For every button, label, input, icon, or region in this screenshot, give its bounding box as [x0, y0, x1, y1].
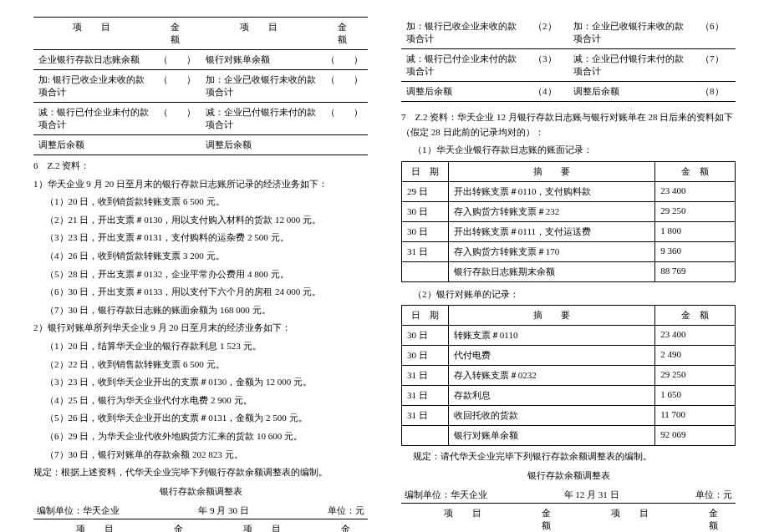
p6-1-5: （5）28 日，开出支票＃0132，企业平常办公费用 4 800 元。 [33, 267, 368, 282]
p6-2-3: （3）23 日，收到华天企业开出的支票＃0130，金额为 12 000 元。 [33, 375, 368, 390]
adj1-r1a: 企业银行存款日志账余额 [33, 50, 154, 70]
p6-1-7: （7）30 日，银行存款日志账的账面余额为 168 000 元。 [33, 303, 368, 318]
col-amt2: 金 额 [321, 18, 368, 50]
t1-h2: 摘 要 [448, 161, 654, 181]
p6-1-4: （4）26 日，收到销货款转账支票 3 200 元。 [33, 249, 368, 264]
table-row: 30 日开出转账支票＃0111，支付运送费1 800 [402, 221, 736, 241]
adj3-h2: 金 额 [528, 503, 568, 532]
cell-date: 29 日 [402, 181, 449, 201]
adj3-title: 银行存款余额调整表 [401, 469, 736, 482]
cell-desc: 存款利息 [448, 386, 654, 406]
adj3-h4: 金 额 [695, 503, 736, 532]
problem-7-head: 7 Z.2 资料：华天企业 12 月银行存款日志账与银行对账单在 28 日后来的… [401, 110, 736, 139]
table-row: 31 日存款利息1 650 [402, 386, 736, 406]
adj1-r2b-val: （ ） [321, 70, 368, 103]
adjT-r4b: 调整后余额 [568, 82, 695, 102]
adjT-r2b-v: （6） [695, 17, 736, 49]
cell-amount: 23 400 [655, 181, 736, 201]
t1-h3: 金 额 [655, 161, 736, 181]
table-row: 30 日代付电费2 490 [402, 346, 736, 366]
adjustment-table-blank: 项 目 金 额 项 目 金 额 企业银行存款日志账余额 （ ） 银行对账单余额 … [33, 17, 368, 155]
adjT-r4a-v: （4） [528, 82, 568, 102]
p7-req: 规定：请代华天企业完毕下列银行存款余额调整表的编制。 [401, 449, 736, 464]
p6-1-1: （1）20 日，收到销货款转账支票 6 500 元。 [33, 195, 368, 210]
cell-desc: 银行对账单余额 [448, 426, 654, 446]
adjustment-table-top-right: 加：银行已收企业未收的款项合计 （2） 加：企业已收银行未收的款项合计 （6） … [401, 17, 736, 102]
adj2-h4: 金 额 [328, 519, 368, 532]
adj1-r4b-val [321, 135, 368, 155]
cell-amount: 9 360 [655, 241, 736, 261]
adj3-meta-c: 年 12 月 31 日 [564, 489, 619, 501]
t1-h1: 日 期 [402, 161, 449, 181]
cell-desc: 存入转账支票＃0232 [448, 366, 654, 386]
adjT-r3b-v: （7） [695, 49, 736, 82]
adj2-h3: 项 目 [201, 519, 328, 532]
p6-2-5: （5）26 日，收到华天企业开出的支票＃0131，金额为 2 500 元。 [33, 411, 368, 426]
adj1-r2a-val: （ ） [154, 70, 201, 103]
p6-req: 规定：根据上述资料，代华天企业完毕下列银行存款余额调整表的编制。 [33, 465, 368, 480]
cell-date: 30 日 [402, 346, 449, 366]
adjT-r2a: 加：银行已收企业未收的款项合计 [401, 17, 528, 49]
p6-2-4: （4）25 日，银行为华天企业代付水电费 2 900 元。 [33, 393, 368, 408]
adj1-r1b: 银行对账单余额 [201, 50, 321, 70]
adj1-r2a: 加: 银行已收企业未收的款项合计 [33, 70, 154, 103]
p7-sub1: （1）华天企业银行存款日志账的账面记录： [401, 143, 736, 158]
p6-2-1: （1）20 日，结算华天企业的银行存款利息 1 523 元。 [33, 339, 368, 354]
table-row: 银行对账单余额92 069 [402, 426, 736, 446]
adj2-h2: 金 额 [160, 519, 201, 532]
cell-amount: 1 800 [655, 221, 736, 241]
table-row: 31 日存入转账支票＃023229 250 [402, 366, 736, 386]
adjT-r3a: 减：银行已付企业未付的款项合计 [401, 49, 528, 82]
cell-date: 30 日 [402, 221, 449, 241]
cell-desc: 存入购货方转账支票＃232 [448, 201, 654, 221]
t2-h1: 日 期 [402, 306, 449, 326]
adj1-r4a: 调整后余额 [33, 135, 154, 155]
adj1-r1b-val: （ ） [321, 50, 368, 70]
cell-amount: 92 069 [655, 426, 736, 446]
cell-desc: 收回托收的货款 [448, 406, 654, 426]
cell-amount: 29 250 [655, 366, 736, 386]
adjT-r4b-v: （8） [695, 82, 736, 102]
table-row: 29 日开出转账支票＃0110，支付购料款23 400 [402, 181, 736, 201]
cell-date: 31 日 [402, 241, 449, 261]
p6-2: 2）银行对账单所列华天企业 9 月 20 日至月末的经济业务如下： [33, 321, 368, 336]
adjT-r2b: 加：企业已收银行未收的款项合计 [568, 17, 695, 49]
adj1-r3b: 减：企业已付银行未付的款项合计 [201, 103, 321, 135]
table-row: 银行存款日志账期末余额88 769 [402, 261, 736, 281]
p6-2-6: （6）29 日，为华天企业代收外地购货方汇来的货款 10 600 元。 [33, 429, 368, 444]
cell-date: 31 日 [402, 366, 449, 386]
adjT-r4a: 调整后余额 [401, 82, 528, 102]
problem-6-head: 6 Z.2 资料： [33, 159, 368, 174]
p6-1-2: （2）21 日，开出支票＃0130，用以支付购入材料的货款 12 000 元。 [33, 213, 368, 228]
adj1-r1a-val: （ ） [154, 50, 201, 70]
cell-amount: 23 400 [655, 326, 736, 346]
cell-date: 31 日 [402, 386, 449, 406]
adjT-r3a-v: （3） [528, 49, 568, 82]
bank-statement-table: 日 期 摘 要 金 额 30 日转账支票＃011023 40030 日代付电费2… [401, 305, 736, 446]
adj1-r3a: 减：银行已付企业未付的款项合计 [33, 103, 154, 135]
cell-desc: 开出转账支票＃0110，支付购料款 [448, 181, 654, 201]
cell-amount: 2 490 [655, 346, 736, 366]
cell-date: 31 日 [402, 406, 449, 426]
p6-2-2: （2）22 日，收到销售款转账支票 6 500 元。 [33, 357, 368, 372]
adj1-r3a-val: （ ） [154, 103, 201, 135]
p7-sub2: （2）银行对账单的记录： [401, 287, 736, 302]
cell-amount: 88 769 [655, 261, 736, 281]
table-row: 30 日存入购货方转账支票＃23229 250 [402, 201, 736, 221]
cell-desc: 银行存款日志账期末余额 [448, 261, 654, 281]
journal-table: 日 期 摘 要 金 额 29 日开出转账支票＃0110，支付购料款23 4003… [401, 161, 736, 282]
col-item2: 项 目 [201, 18, 321, 50]
adjustment-table-3: 项 目 金 额 项 目 金 额 企业银行存款日志账余额 （1） 银行对账单余额 … [401, 503, 736, 532]
adj1-r3b-val: （ ） [321, 103, 368, 135]
p6-1-6: （6）30 日，开出支票＃0133，用以支付下六个月的房租 24 000 元。 [33, 285, 368, 300]
t2-h2: 摘 要 [448, 306, 654, 326]
table-row: 31 日收回托收的货款11 700 [402, 406, 736, 426]
adj1-r4b: 调整后余额 [201, 135, 321, 155]
cell-desc: 代付电费 [448, 346, 654, 366]
table-row: 30 日转账支票＃011023 400 [402, 326, 736, 346]
p6-2-7: （7）30 日，银行对账单的存款余额 202 823 元。 [33, 448, 368, 463]
table-row: 31 日存入购货方转账支票＃1709 360 [402, 241, 736, 261]
cell-desc: 开出转账支票＃0111，支付运送费 [448, 221, 654, 241]
adjT-r3b: 减：企业已付银行未付的款项合计 [568, 49, 695, 82]
adjustment-table-2: 项 目 金 额 项 目 金 额 企业银行存款日志账余额 （1） 银行对账单余额 … [33, 519, 368, 532]
